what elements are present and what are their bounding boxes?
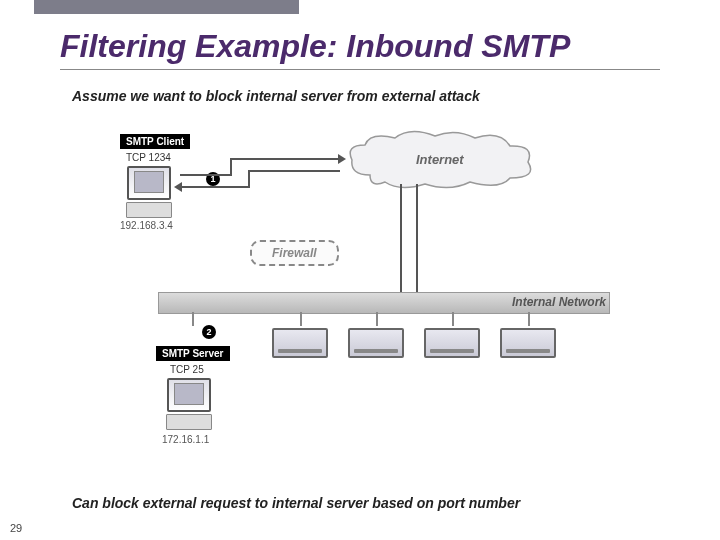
internet-label: Internet	[416, 152, 464, 167]
drop-3	[376, 312, 378, 326]
fw-line-down2	[416, 184, 418, 294]
fw-line-down1	[400, 184, 402, 294]
server-port: TCP 25	[170, 364, 204, 375]
internal-network-label: Internal Network	[512, 295, 606, 309]
page-number: 29	[10, 522, 22, 534]
drop-1	[192, 312, 194, 326]
arrow1b-head	[174, 182, 182, 192]
server-ip: 172.16.1.1	[162, 434, 209, 445]
drop-2	[300, 312, 302, 326]
firewall-label: Firewall	[272, 246, 317, 260]
smtp-server-label: SMTP Server	[156, 346, 230, 361]
arrow1b-h2	[248, 170, 340, 172]
server-node-3	[348, 328, 408, 360]
top-accent-bar	[34, 0, 299, 14]
arrow1b-h1	[180, 186, 250, 188]
arrow1-v1	[230, 158, 232, 176]
network-diagram: SMTP Client TCP 1234 192.168.3.4 1 Inter…	[120, 130, 610, 450]
server-node-4	[424, 328, 484, 360]
slide-subtitle: Assume we want to block internal server …	[72, 88, 480, 104]
client-computer-icon	[126, 166, 172, 216]
slide-footnote: Can block external request to internal s…	[72, 495, 520, 511]
smtp-client-label: SMTP Client	[120, 134, 190, 149]
server-node-2	[272, 328, 332, 360]
badge-2: 2	[202, 325, 216, 339]
drop-5	[528, 312, 530, 326]
client-ip: 192.168.3.4	[120, 220, 173, 231]
server-computer-icon	[166, 378, 212, 428]
arrow1-h2	[230, 158, 340, 160]
client-port: TCP 1234	[126, 152, 171, 163]
slide-title: Filtering Example: Inbound SMTP	[60, 28, 660, 70]
drop-4	[452, 312, 454, 326]
arrow1b-v1	[248, 170, 250, 188]
server-node-5	[500, 328, 560, 360]
firewall-box: Firewall	[250, 240, 339, 266]
arrow1-h1	[180, 174, 230, 176]
